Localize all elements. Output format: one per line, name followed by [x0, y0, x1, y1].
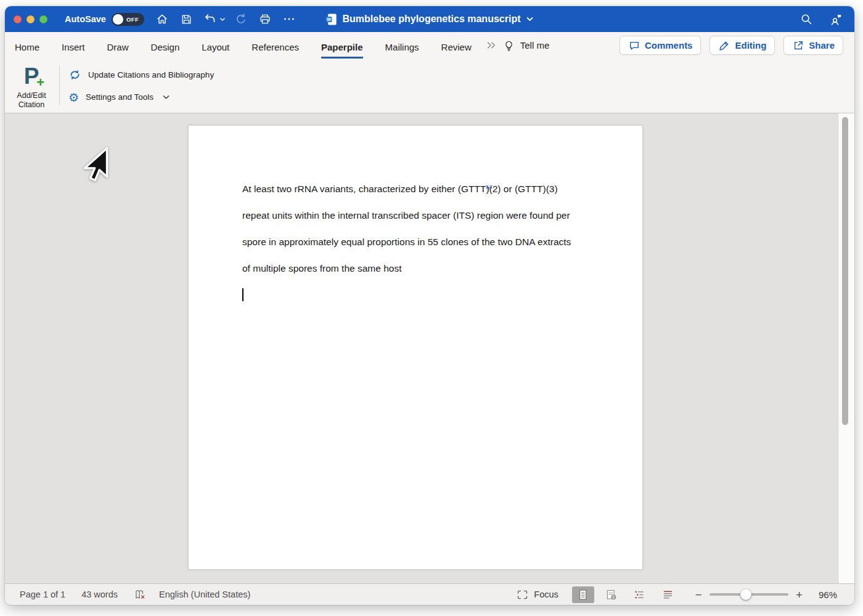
traffic-lights: [14, 15, 47, 23]
search-icon: [800, 12, 813, 26]
more-commands-button[interactable]: [281, 11, 298, 28]
tab-insert[interactable]: Insert: [62, 34, 85, 59]
comments-label: Comments: [645, 40, 693, 51]
focus-label: Focus: [534, 590, 558, 599]
autosave-label: AutoSave: [65, 14, 106, 24]
paperpile-ribbon: P+ Add/Edit Citation Update Citations an…: [5, 59, 854, 113]
tab-paperpile[interactable]: Paperpile: [321, 34, 363, 59]
tell-me-button[interactable]: Tell me: [502, 39, 550, 52]
document-area: At least two rRNA variants, characterize…: [5, 113, 854, 583]
view-switcher: [572, 586, 679, 603]
undo-button[interactable]: [202, 11, 219, 28]
account-presence-button[interactable]: [828, 11, 845, 28]
close-button[interactable]: [14, 15, 22, 23]
doc-line-3: spore in approximately equal proportions…: [242, 229, 591, 255]
zoom-slider-thumb[interactable]: [740, 589, 751, 600]
redo-icon: [234, 12, 248, 26]
print-layout-view-button[interactable]: [572, 586, 594, 603]
minimize-button[interactable]: [27, 15, 35, 23]
refresh-sync-icon: [68, 68, 81, 81]
settings-chevron-down-icon: [163, 95, 170, 100]
doc-line-4: of multiple spores from the same host: [242, 255, 591, 282]
zoom-in-button[interactable]: +: [796, 589, 803, 601]
save-button[interactable]: [178, 11, 195, 28]
add-edit-citation-label-line2: Citation: [17, 100, 46, 110]
doc-line-5: [242, 282, 591, 308]
spellcheck-book-icon: [134, 588, 147, 601]
home-button[interactable]: [154, 11, 171, 28]
svg-text:W: W: [327, 17, 331, 22]
proofing-status-button[interactable]: [134, 588, 147, 601]
update-citations-label: Update Citations and Bibliography: [88, 70, 214, 79]
settings-tools-label: Settings and Tools: [86, 92, 153, 102]
document-title-menu[interactable]: W Bumblebee phylogenetics manuscript: [326, 13, 534, 26]
document-page[interactable]: At least two rRNA variants, characterize…: [188, 125, 643, 570]
draft-view-icon: [661, 588, 674, 601]
zoom-controls: − + 96%: [695, 589, 837, 601]
home-icon: [155, 12, 169, 26]
word-window: AutoSave OFF: [5, 6, 854, 605]
tab-layout[interactable]: Layout: [202, 34, 229, 59]
update-citations-button[interactable]: Update Citations and Bibliography: [68, 68, 214, 81]
paperpile-logo-plus: +: [36, 75, 44, 91]
gear-icon: ⚙: [68, 91, 79, 103]
comments-button[interactable]: Comments: [620, 36, 701, 55]
printer-icon: [258, 12, 272, 26]
tab-references[interactable]: References: [252, 34, 299, 59]
undo-dropdown-chevron-icon[interactable]: [219, 17, 226, 22]
tell-me-label: Tell me: [520, 40, 550, 51]
tab-design[interactable]: Design: [151, 34, 180, 59]
autosave-state: OFF: [126, 16, 139, 23]
search-button[interactable]: [798, 11, 814, 28]
web-layout-view-button[interactable]: [600, 586, 623, 603]
tab-draw[interactable]: Draw: [107, 34, 129, 59]
outline-view-button[interactable]: [629, 586, 651, 603]
redo-button[interactable]: [233, 11, 250, 28]
status-bar: Page 1 of 1 43 words English (United Sta…: [5, 583, 854, 605]
tab-mailings[interactable]: Mailings: [385, 34, 419, 59]
editing-mode-button[interactable]: Editing: [710, 36, 775, 55]
language-selector[interactable]: English (United States): [159, 590, 250, 599]
title-chevron-down-icon: [526, 17, 533, 22]
autosave-toggle[interactable]: OFF: [112, 13, 144, 26]
settings-tools-button[interactable]: ⚙ Settings and Tools: [68, 91, 214, 103]
citation-field-marker[interactable]: )(: [486, 184, 492, 194]
page-indicator[interactable]: Page 1 of 1: [20, 590, 65, 599]
share-label: Share: [809, 40, 835, 51]
vertical-scrollbar-track[interactable]: [838, 113, 854, 583]
zoom-out-button[interactable]: −: [695, 589, 702, 601]
share-icon: [792, 39, 804, 52]
word-document-icon: W: [326, 13, 337, 26]
vertical-scrollbar-thumb[interactable]: [842, 117, 848, 425]
titlebar: AutoSave OFF: [5, 6, 854, 32]
share-button[interactable]: Share: [783, 36, 843, 55]
doc-line-1-post: 2) or (GTTT)(3): [493, 184, 558, 194]
mouse-cursor: [81, 145, 111, 184]
editing-label: Editing: [735, 40, 766, 51]
zoom-level[interactable]: 96%: [810, 590, 837, 600]
ellipsis-icon: [282, 12, 296, 26]
word-count[interactable]: 43 words: [81, 590, 118, 599]
doc-line-1: At least two rRNA variants, characterize…: [242, 176, 591, 202]
web-layout-icon: [605, 588, 618, 601]
ribbon-group-divider: [59, 66, 60, 105]
save-icon: [180, 13, 193, 26]
ribbon-tabs-row: Home Insert Draw Design Layout Reference…: [5, 32, 854, 59]
more-tabs-chevrons-icon[interactable]: [486, 41, 497, 50]
document-paragraph: At least two rRNA variants, characterize…: [189, 126, 642, 308]
add-edit-citation-label-line1: Add/Edit: [17, 91, 46, 100]
pencil-icon: [718, 39, 730, 52]
tab-home[interactable]: Home: [15, 34, 39, 59]
lightbulb-icon: [502, 39, 515, 52]
comment-bubble-icon: [628, 39, 640, 52]
focus-brackets-icon: [516, 588, 529, 601]
zoom-slider[interactable]: [710, 593, 788, 596]
outline-view-icon: [633, 588, 646, 601]
fullscreen-button[interactable]: [39, 15, 47, 23]
focus-button[interactable]: Focus: [516, 588, 558, 601]
draft-view-button[interactable]: [657, 586, 679, 603]
add-edit-citation-button[interactable]: P+ Add/Edit Citation: [11, 59, 52, 113]
tab-review[interactable]: Review: [441, 34, 472, 59]
print-button[interactable]: [257, 11, 274, 28]
doc-line-2: repeat units within the internal transcr…: [242, 202, 591, 229]
